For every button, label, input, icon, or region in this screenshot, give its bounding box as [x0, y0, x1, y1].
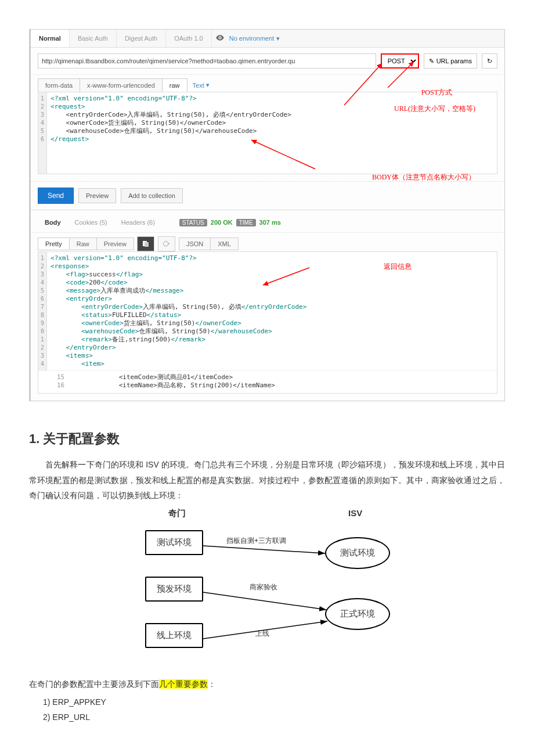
svg-point-0: [219, 37, 221, 39]
body-type-label: Text: [193, 82, 204, 89]
tab-oauth[interactable]: OAuth 1.0: [166, 30, 212, 47]
fmt-preview[interactable]: Preview: [96, 237, 134, 250]
svg-rect-2: [145, 242, 149, 247]
heading-number: 1.: [29, 431, 39, 446]
tab-cookies[interactable]: Cookies (5): [68, 216, 114, 229]
url-params-button[interactable]: ✎ URL params: [424, 53, 477, 69]
caret-down-icon: ▾: [206, 81, 210, 89]
preview-button[interactable]: Preview: [78, 188, 116, 203]
param-item-2: 2) ERP_URL: [43, 710, 505, 725]
action-row: Send Preview Add to collection: [31, 181, 504, 210]
paragraph-intro: 首先解释一下奇门的环境和 ISV 的环境。奇门总共有三个环境，分别是日常环境（即…: [29, 457, 505, 503]
http-method-select[interactable]: POST: [381, 53, 419, 69]
para2-part-a: 在奇门的参数配置中主要涉及到下面: [29, 679, 159, 689]
url-params-label: URL params: [436, 57, 472, 64]
svg-line-9: [203, 621, 327, 639]
para2-part-c: ：: [208, 679, 216, 689]
body-type-select[interactable]: Text ▾: [193, 81, 210, 89]
svg-line-8: [203, 592, 326, 610]
status-label-badge: STATUS: [179, 219, 207, 226]
status-area: STATUS 200 OK TIME 307 ms: [179, 219, 281, 226]
response-body-viewer: 1 2 3 4 5 6 7 8 9 0 1 2 3 4 <?xml versio…: [38, 251, 497, 394]
tab-normal[interactable]: Normal: [31, 30, 70, 47]
copy-icon[interactable]: [137, 236, 154, 251]
fmt-pretty[interactable]: Pretty: [38, 237, 70, 250]
heading-text: 关于配置参数: [43, 431, 120, 446]
tab-urlencoded[interactable]: x-www-form-urlencoded: [80, 78, 163, 92]
diagram-arrows: [104, 508, 430, 665]
url-row: POST ✎ URL params ↻: [31, 48, 504, 75]
status-code: 200 OK: [211, 219, 233, 226]
para2-highlight: 几个重要参数: [159, 679, 208, 689]
auth-tabs: Normal Basic Auth Digest Auth OAuth 1.0 …: [31, 30, 504, 48]
reset-button[interactable]: ↻: [482, 53, 497, 69]
tab-body[interactable]: Body: [38, 216, 68, 229]
time-label-badge: TIME: [236, 219, 256, 226]
line-gutter: 1 2 3 4 5 6: [38, 92, 47, 174]
paragraph-params: 在奇门的参数配置中主要涉及到下面几个重要参数：: [29, 676, 505, 692]
request-body-editor[interactable]: 1 2 3 4 5 6 <?xml version="1.0" encoding…: [38, 92, 497, 174]
response-xml: <?xml version="1.0" encoding="UTF-8"?> <…: [47, 252, 310, 370]
environment-selector[interactable]: No environment ▾: [229, 35, 280, 42]
response-extra-lines: 15 <itemCode>测试商品01</itemCode> 16 <itemN…: [38, 370, 497, 393]
eye-icon[interactable]: [215, 33, 226, 44]
response-tabs: Body Cookies (5) Headers (6) STATUS 200 …: [31, 210, 504, 233]
search-icon[interactable]: ⧂: [158, 236, 175, 251]
line-gutter: 1 2 3 4 5 6 7 8 9 0 1 2 3 4: [38, 252, 47, 370]
postman-screenshot: Normal Basic Auth Digest Auth OAuth 1.0 …: [29, 29, 505, 401]
param-item-1: 1) ERP_APPKEY: [43, 695, 505, 710]
tab-basic-auth[interactable]: Basic Auth: [70, 30, 117, 47]
param-list: 1) ERP_APPKEY 2) ERP_URL: [43, 695, 505, 724]
environment-label: No environment: [229, 35, 275, 42]
environment-diagram: 奇门 ISV 测试环境 预发环境 线上环境 测试环境 正式环境 挡板自测+三方联…: [104, 508, 430, 665]
reset-icon: ↻: [487, 57, 492, 65]
fmt-raw[interactable]: Raw: [69, 237, 97, 250]
url-input[interactable]: [38, 53, 376, 69]
tab-form-data[interactable]: form-data: [38, 78, 80, 92]
response-format-tabs: Pretty Raw Preview ⧂ JSON XML: [31, 233, 504, 251]
svg-line-7: [203, 546, 325, 553]
tab-raw[interactable]: raw: [162, 78, 187, 92]
send-button[interactable]: Send: [38, 188, 74, 204]
tab-digest-auth[interactable]: Digest Auth: [117, 30, 166, 47]
response-time: 307 ms: [259, 219, 281, 226]
body-format-tabs: form-data x-www-form-urlencoded raw Text…: [31, 75, 504, 92]
edit-icon: ✎: [429, 57, 434, 65]
add-to-collection-button[interactable]: Add to collection: [121, 188, 183, 203]
caret-down-icon: ▾: [276, 35, 280, 42]
fmt-xml[interactable]: XML: [210, 237, 239, 250]
request-xml: <?xml version="1.0" encoding="UTF-8"?> <…: [47, 92, 295, 174]
tab-headers[interactable]: Headers (6): [114, 216, 162, 229]
section-heading: 1. 关于配置参数: [29, 430, 505, 448]
fmt-json[interactable]: JSON: [179, 237, 211, 250]
